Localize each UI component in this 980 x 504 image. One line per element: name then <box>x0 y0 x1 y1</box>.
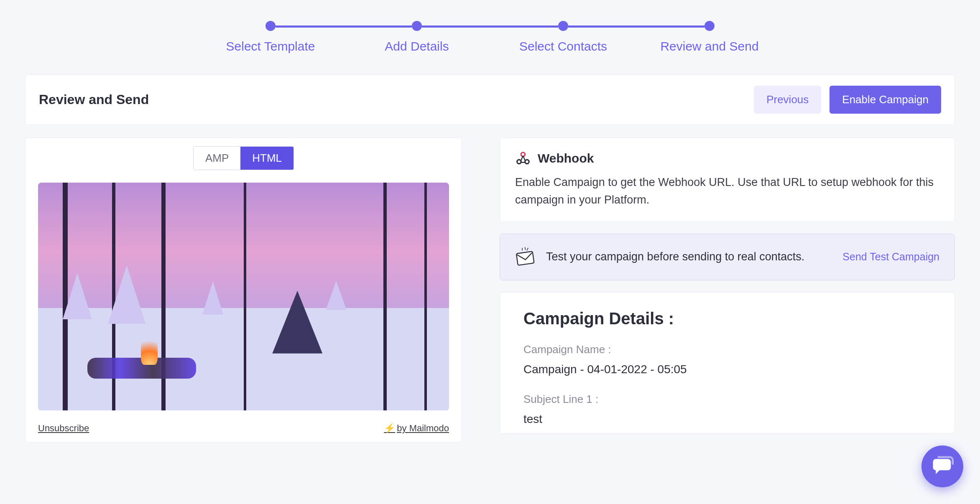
step-dot-icon <box>558 21 568 31</box>
tab-html[interactable]: HTML <box>240 147 293 170</box>
bolt-icon: ⚡ <box>384 423 395 433</box>
brand-text: by Mailmodo <box>397 423 449 433</box>
preview-card: AMP HTML Unsubscribe ⚡by Mailmodo <box>25 137 462 443</box>
campaign-name-value: Campaign - 04-01-2022 - 05:05 <box>523 363 931 376</box>
preview-format-toggle: AMP HTML <box>26 146 462 170</box>
campaign-details-card: Campaign Details : Campaign Name : Campa… <box>500 292 955 434</box>
step-label: Add Details <box>385 39 449 53</box>
test-campaign-message: Test your campaign before sending to rea… <box>546 250 832 263</box>
subject-line-label: Subject Line 1 : <box>523 393 931 406</box>
step-dot-icon <box>704 21 715 31</box>
previous-button[interactable]: Previous <box>754 86 821 114</box>
step-label: Select Contacts <box>519 39 607 53</box>
svg-point-1 <box>525 160 529 164</box>
tab-amp[interactable]: AMP <box>194 147 240 170</box>
stepper: Select Template Add Details Select Conta… <box>25 21 955 53</box>
send-test-campaign-link[interactable]: Send Test Campaign <box>842 251 939 263</box>
svg-line-5 <box>527 248 528 250</box>
email-preview-image <box>38 183 449 410</box>
test-campaign-card: Test your campaign before sending to rea… <box>500 234 955 280</box>
webhook-icon <box>515 150 531 166</box>
svg-point-0 <box>517 160 521 164</box>
step-connector <box>422 25 558 28</box>
step-dot-icon <box>412 21 422 31</box>
enable-campaign-button[interactable]: Enable Campaign <box>829 86 941 114</box>
unsubscribe-link[interactable]: Unsubscribe <box>38 423 89 434</box>
step-connector <box>276 25 412 28</box>
webhook-title: Webhook <box>538 151 594 165</box>
webhook-description: Enable Campaign to get the Webhook URL. … <box>515 174 939 209</box>
step-select-template[interactable]: Select Template <box>197 21 344 53</box>
svg-line-4 <box>525 247 526 249</box>
page-title: Review and Send <box>39 92 149 107</box>
powered-by-link[interactable]: ⚡by Mailmodo <box>384 423 449 434</box>
step-dot-icon <box>265 21 276 31</box>
webhook-card: Webhook Enable Campaign to get the Webho… <box>500 137 955 222</box>
step-label: Select Template <box>226 39 315 53</box>
chat-bubble-icon <box>931 454 954 479</box>
campaign-name-label: Campaign Name : <box>523 343 931 356</box>
envelope-icon <box>515 247 536 267</box>
step-label: Review and Send <box>660 39 758 53</box>
page-header-card: Review and Send Previous Enable Campaign <box>25 74 955 125</box>
header-actions: Previous Enable Campaign <box>754 86 941 114</box>
step-connector <box>568 25 704 28</box>
campaign-details-heading: Campaign Details : <box>523 309 931 328</box>
subject-line-value: test <box>523 412 931 426</box>
chat-fab[interactable] <box>921 445 963 487</box>
